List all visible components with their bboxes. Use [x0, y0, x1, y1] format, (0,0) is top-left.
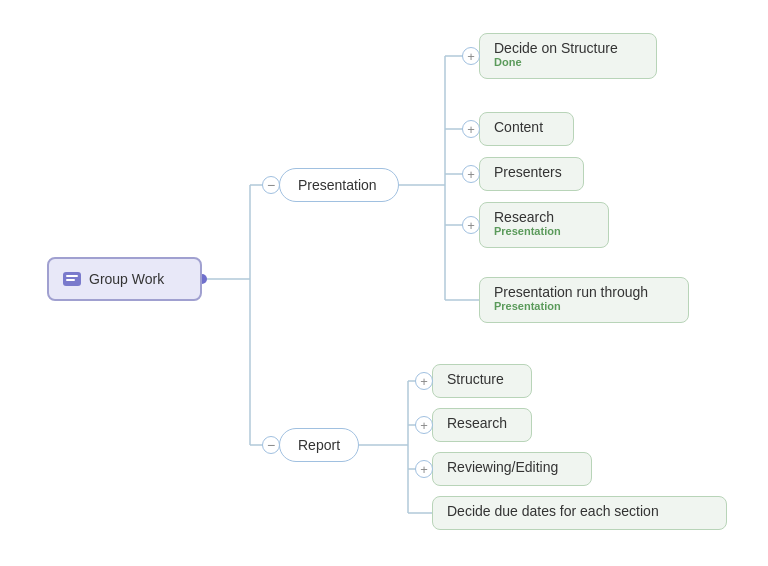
report-label: Report: [298, 437, 340, 453]
presentation-label: Presentation: [298, 177, 377, 193]
presentation-collapse-button[interactable]: −: [262, 176, 280, 194]
chat-icon: [63, 272, 81, 286]
root-node: Group Work: [47, 257, 202, 301]
research-presentation-expand[interactable]: +: [462, 216, 480, 234]
research-expand[interactable]: +: [415, 416, 433, 434]
presentation-branch[interactable]: Presentation: [279, 168, 399, 202]
presenters-label: Presenters: [494, 164, 562, 180]
decide-structure-tag: Done: [494, 56, 522, 68]
report-collapse-button[interactable]: −: [262, 436, 280, 454]
research-node: Research: [432, 408, 532, 442]
structure-node: Structure: [432, 364, 532, 398]
content-label: Content: [494, 119, 543, 135]
decide-structure-label: Decide on Structure: [494, 40, 618, 56]
due-dates-label: Decide due dates for each section: [447, 503, 659, 519]
reviewing-label: Reviewing/Editing: [447, 459, 558, 475]
structure-expand[interactable]: +: [415, 372, 433, 390]
root-label: Group Work: [89, 271, 164, 287]
content-node: Content: [479, 112, 574, 146]
reviewing-expand[interactable]: +: [415, 460, 433, 478]
research-presentation-tag: Presentation: [494, 225, 561, 237]
report-branch[interactable]: Report: [279, 428, 359, 462]
presentation-run-through-tag: Presentation: [494, 300, 561, 312]
structure-label: Structure: [447, 371, 504, 387]
due-dates-node: Decide due dates for each section: [432, 496, 727, 530]
presenters-node: Presenters: [479, 157, 584, 191]
decide-structure-node: Decide on Structure Done: [479, 33, 657, 79]
research-presentation-node: Research Presentation: [479, 202, 609, 248]
content-expand[interactable]: +: [462, 120, 480, 138]
reviewing-node: Reviewing/Editing: [432, 452, 592, 486]
presentation-run-through-node: Presentation run through Presentation: [479, 277, 689, 323]
presenters-expand[interactable]: +: [462, 165, 480, 183]
research-presentation-label: Research: [494, 209, 554, 225]
research-label: Research: [447, 415, 507, 431]
decide-structure-expand[interactable]: +: [462, 47, 480, 65]
presentation-run-through-label: Presentation run through: [494, 284, 648, 300]
